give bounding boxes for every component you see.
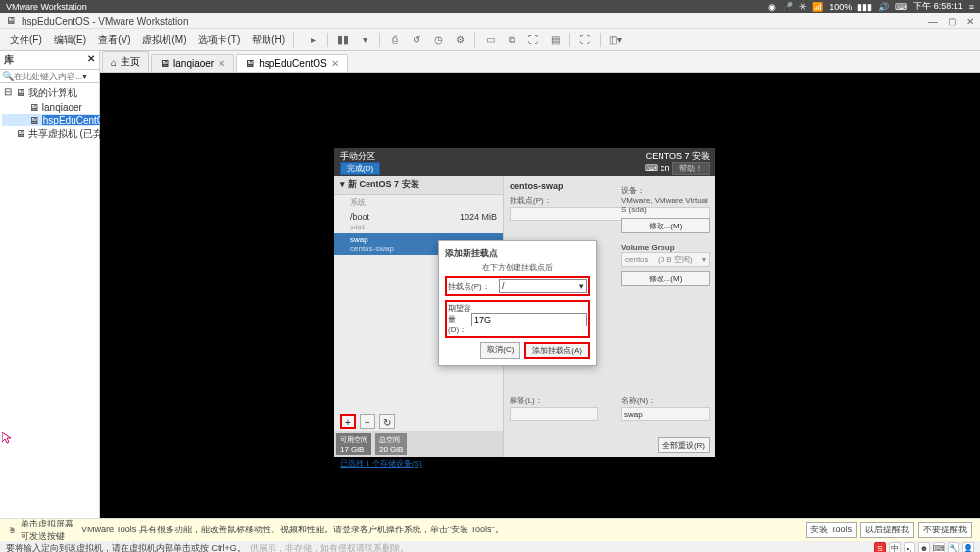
kbd-icon: ⌨ — [645, 163, 658, 173]
cursor-icon — [2, 432, 14, 444]
dlg-capacity-input[interactable] — [471, 313, 587, 326]
menu-view[interactable]: 查看(V) — [92, 33, 136, 47]
reset-all-button[interactable]: 全部重设(R) — [658, 437, 710, 453]
maximize-button[interactable]: ▢ — [948, 16, 956, 26]
rec-icon: ◉ — [768, 2, 776, 12]
menu-tabs[interactable]: 选项卡(T) — [192, 33, 246, 47]
total-space: 总空间20 GiB — [375, 433, 407, 455]
status-message: 要将输入定向到该虚拟机，请在虚拟机内部单击或按 Ctrl+G。 — [6, 542, 246, 553]
revert-button[interactable]: ↺ — [408, 31, 425, 49]
tree-shared[interactable]: 🖥 共享虚拟机 (已弃用) — [2, 126, 97, 142]
tree-root[interactable]: ⊟🖥 我的计算机 — [2, 85, 97, 101]
dialog-title: 添加新挂载点 — [445, 247, 590, 260]
mic-icon: 🎤 — [782, 2, 793, 12]
tray-punct-icon[interactable]: •, — [904, 542, 915, 552]
window-title: hspEduCentOS - VMware Workstation — [22, 16, 188, 26]
library-close-icon[interactable]: ✕ — [87, 53, 95, 67]
dont-remind-button[interactable]: 不要提醒我 — [918, 522, 972, 538]
home-icon: ⌂ — [111, 57, 117, 68]
tray-emoji-icon[interactable]: ☻ — [918, 542, 930, 552]
done-button[interactable]: 完成(D) — [340, 162, 380, 175]
label-label: 标签(L)： — [510, 395, 598, 406]
lang-label: cn — [661, 163, 670, 173]
device-value: VMware, VMware Virtual S (sda) — [621, 196, 710, 214]
centos-installer: 手动分区 完成(D) CENTOS 7 安装 ⌨ cn 帮助！ ▾新 CentO… — [334, 148, 715, 457]
tab-lanqiaoer[interactable]: 🖥lanqiaoer✕ — [151, 54, 234, 72]
modify-device-button[interactable]: 修改...(M) — [621, 218, 710, 233]
storage-devices-link[interactable]: 已选择 1 个存储设备(S) — [340, 459, 422, 468]
search-dropdown-icon[interactable]: ▾ — [82, 71, 87, 81]
remove-partition-button[interactable]: − — [360, 414, 375, 429]
pause-icon[interactable]: ▮▮ — [334, 31, 352, 49]
avail-space: 可用空间17 GiB — [336, 433, 371, 455]
close-icon[interactable]: ✕ — [331, 58, 339, 69]
unity-button[interactable]: ◫▾ — [607, 31, 624, 49]
partition-group[interactable]: ▾新 CentOS 7 安装 — [334, 176, 503, 195]
help-button[interactable]: 帮助！ — [672, 162, 710, 175]
menu-file[interactable]: 文件(F) — [4, 33, 48, 47]
search-icon: 🔍 — [2, 71, 14, 81]
tray-user-icon[interactable]: 👤 — [962, 542, 974, 552]
menu-edit[interactable]: 编辑(E) — [48, 33, 92, 47]
name-label: 名称(N)： — [621, 395, 710, 406]
sysbar-app: VMware Workstation — [6, 2, 87, 12]
hint-message: VMware Tools 具有很多功能，能改善鼠标移动性、视频和性能。请登录客户… — [81, 524, 504, 536]
hint-icon: 🖱 — [8, 526, 17, 535]
wifi-icon: 📶 — [812, 2, 823, 12]
vmware-icon: 🖥 — [6, 15, 18, 26]
view3-button[interactable]: ⛶ — [524, 31, 542, 49]
watermark-text: 供展示，非存储，如有侵权请联系删除。 — [250, 542, 409, 553]
menu-vm[interactable]: 虚拟机(M) — [136, 33, 192, 47]
hint-left: 单击虚拟屏幕可发送按键 — [21, 518, 74, 543]
power-button[interactable]: ▸ — [304, 31, 321, 49]
dlg-mount-combo[interactable]: /▾ — [499, 279, 587, 293]
tree-vm-hspedu[interactable]: 🖥 hspEduCentOS — [2, 114, 97, 126]
tray-kbd-icon[interactable]: ⌨ — [933, 542, 945, 552]
dlg-mount-label: 挂载点(P)： — [448, 281, 499, 292]
add-mount-dialog: 添加新挂载点 在下方创建挂载点后 挂载点(P)： /▾ 期望容量(D)： 取消(… — [438, 240, 597, 366]
tray-tool-icon[interactable]: 🔧 — [948, 542, 959, 552]
dlg-add-button[interactable]: 添加挂载点(A) — [524, 342, 590, 359]
tray-sogou-icon[interactable]: S — [874, 542, 886, 552]
library-title: 库 — [4, 53, 14, 67]
dlg-cancel-button[interactable]: 取消(C) — [480, 342, 520, 359]
library-search-input[interactable] — [14, 72, 82, 81]
bt-icon: ⚹ — [799, 1, 807, 12]
minimize-button[interactable]: — — [928, 16, 938, 26]
tree-vm-lanqiaoer[interactable]: 🖥 lanqiaoer — [2, 101, 97, 114]
partition-boot[interactable]: /bootsda11024 MiB — [334, 210, 503, 233]
vg-label: Volume Group — [621, 243, 710, 252]
sys-time: 下午 6:58:11 — [913, 0, 963, 13]
close-icon[interactable]: ✕ — [218, 58, 225, 69]
chevron-down-icon: ▾ — [579, 281, 584, 291]
menu-help[interactable]: 帮助(H) — [246, 33, 291, 47]
fullscreen-button[interactable]: ⛶ — [576, 31, 594, 49]
dlg-capacity-label: 期望容量(D)： — [448, 303, 471, 335]
device-label: 设备： — [621, 185, 710, 196]
tab-hspedu[interactable]: 🖥hspEduCentOS✕ — [236, 54, 348, 72]
vol-icon: 🔊 — [878, 2, 889, 12]
manage-button[interactable]: ◷ — [429, 31, 447, 49]
view1-button[interactable]: ▭ — [481, 31, 499, 49]
input-icon: ⌨ — [895, 2, 907, 12]
close-button[interactable]: ✕ — [966, 16, 974, 26]
remind-later-button[interactable]: 以后提醒我 — [860, 522, 914, 538]
battery-icon: ▮▮▮ — [858, 2, 872, 12]
pause-dropdown[interactable]: ▾ — [356, 31, 373, 49]
tray-cn-icon[interactable]: 中 — [889, 542, 901, 552]
menu-icon[interactable]: ≡ — [969, 2, 974, 12]
install-tools-button[interactable]: 安装 Tools — [806, 522, 857, 538]
battery-label: 100% — [829, 2, 852, 12]
vg-select[interactable]: centos(0 B 空闲)▾ — [621, 252, 710, 267]
tab-home[interactable]: ⌂主页 — [102, 51, 149, 72]
name-field[interactable]: swap — [621, 407, 710, 421]
reload-partition-button[interactable]: ↻ — [379, 414, 395, 429]
label-field[interactable] — [510, 407, 598, 421]
view4-button[interactable]: ▤ — [546, 31, 564, 49]
snapshot-button[interactable]: ⎙ — [386, 31, 404, 49]
add-partition-button[interactable]: + — [340, 414, 356, 429]
settings-button[interactable]: ⚙ — [451, 31, 468, 49]
vm-display[interactable]: 手动分区 完成(D) CENTOS 7 安装 ⌨ cn 帮助！ ▾新 CentO… — [100, 73, 980, 518]
view2-button[interactable]: ⧉ — [503, 31, 520, 49]
modify-vg-button[interactable]: 修改...(M) — [621, 271, 710, 286]
